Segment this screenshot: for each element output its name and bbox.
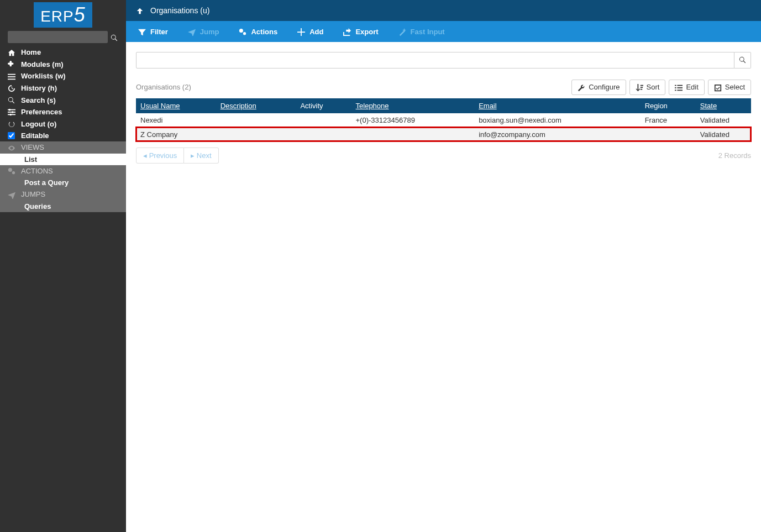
plane-icon <box>8 190 21 199</box>
svg-rect-13 <box>675 85 676 86</box>
actions-button[interactable]: Actions <box>229 21 287 42</box>
add-button[interactable]: Add <box>287 21 333 42</box>
plus-icon <box>297 27 305 36</box>
export-button[interactable]: Export <box>333 21 388 42</box>
table-row[interactable]: Z Company info@zcompany.com Validated <box>136 127 751 141</box>
fast-input-button: Fast Input <box>389 21 455 42</box>
svg-rect-16 <box>678 87 683 88</box>
nav-label: Home <box>21 48 41 56</box>
button-label: Select <box>725 83 745 91</box>
svg-rect-18 <box>678 89 683 91</box>
previous-button[interactable]: ◂ Previous <box>136 148 184 164</box>
col-state[interactable]: State <box>696 98 751 113</box>
col-description[interactable]: Description <box>216 98 296 113</box>
cogs-icon <box>239 27 246 36</box>
section-label: ACTIONS <box>21 167 53 175</box>
svg-point-7 <box>12 112 14 114</box>
button-label: Jump <box>200 28 219 36</box>
cell-usual-name: Nexedi <box>136 113 216 128</box>
breadcrumb[interactable]: Organisations (u) <box>150 6 209 15</box>
edit-button[interactable]: Edit <box>669 80 704 95</box>
button-label: Add <box>309 28 323 36</box>
nav-worklists[interactable]: Worklists (w) <box>0 70 126 82</box>
section-label: JUMPS <box>21 190 45 198</box>
button-label: Export <box>355 28 378 36</box>
sub-label: Queries <box>24 202 51 210</box>
editable-checkbox[interactable] <box>8 132 15 139</box>
jumps-section-header: JUMPS <box>0 188 126 201</box>
topbar: Organisations (u) <box>126 0 761 21</box>
nav-label: Editable <box>21 131 49 140</box>
views-item-list[interactable]: List <box>0 154 126 165</box>
home-icon <box>8 48 21 57</box>
actions-item-post-query[interactable]: Post a Query <box>0 177 126 188</box>
cell-activity <box>296 127 351 141</box>
views-section-header: VIEWS <box>0 141 126 154</box>
jumps-item-queries[interactable]: Queries <box>0 201 126 212</box>
search-icon[interactable] <box>108 32 120 41</box>
svg-rect-1 <box>8 76 15 77</box>
svg-point-6 <box>9 109 11 111</box>
nav-modules[interactable]: Modules (m) <box>0 59 126 71</box>
col-region[interactable]: Region <box>641 98 696 113</box>
list-search-button[interactable] <box>734 52 751 69</box>
button-label: Filter <box>150 28 168 36</box>
history-icon <box>8 84 21 93</box>
nav-editable[interactable]: Editable <box>0 130 126 141</box>
configure-button[interactable]: Configure <box>571 80 626 95</box>
filter-button[interactable]: Filter <box>128 21 178 42</box>
nav-preferences[interactable]: Preferences <box>0 106 126 118</box>
cell-state: Validated <box>696 113 751 128</box>
button-label: Edit <box>686 83 698 91</box>
col-usual-name[interactable]: Usual Name <box>136 98 216 113</box>
cell-email: boxiang.sun@nexedi.com <box>474 113 641 128</box>
logo[interactable]: ERP5 <box>0 0 126 29</box>
col-activity[interactable]: Activity <box>296 98 351 113</box>
nav-label: Modules (m) <box>21 60 64 69</box>
magic-icon <box>398 27 406 36</box>
logo-text: ERP <box>40 8 74 25</box>
svg-point-9 <box>8 168 12 172</box>
jump-button: Jump <box>178 21 229 42</box>
button-label: Actions <box>251 28 277 36</box>
sidebar: ERP5 Home Modules (m) Worklists (w) Hist… <box>0 0 126 532</box>
nav-label: Search (s) <box>21 96 56 104</box>
button-label: Fast Input <box>411 28 445 36</box>
list-icon <box>675 83 683 92</box>
cell-activity <box>296 113 351 128</box>
list-icon <box>8 72 21 81</box>
cell-description <box>216 127 296 141</box>
cell-telephone <box>351 127 475 141</box>
svg-rect-2 <box>8 78 15 80</box>
sub-label: List <box>24 155 37 164</box>
records-count: 2 Records <box>718 151 751 160</box>
table-row[interactable]: Nexedi +(0)-33123456789 boxiang.sun@nexe… <box>136 113 751 128</box>
col-telephone[interactable]: Telephone <box>351 98 475 113</box>
up-arrow-icon[interactable] <box>136 6 144 15</box>
main: Organisations (u) Filter Jump Actions Ad… <box>126 0 761 532</box>
list-search-input[interactable] <box>136 52 734 69</box>
sort-button[interactable]: Sort <box>629 80 666 95</box>
cell-telephone: +(0)-33123456789 <box>351 113 475 128</box>
nav-search[interactable]: Search (s) <box>0 94 126 106</box>
svg-rect-14 <box>678 85 683 86</box>
logo-suffix: 5 <box>74 3 86 26</box>
cogs-icon <box>8 167 21 176</box>
select-button[interactable]: Select <box>708 80 751 95</box>
actions-section-header: ACTIONS <box>0 165 126 177</box>
next-button[interactable]: ▸ Next <box>184 148 218 164</box>
toolbar: Filter Jump Actions Add Export Fast Inpu… <box>126 21 761 42</box>
nav-label: Preferences <box>21 108 62 116</box>
filter-icon <box>138 27 146 36</box>
svg-rect-15 <box>675 87 676 88</box>
nav-label: History (h) <box>21 84 57 92</box>
cell-region <box>641 127 696 141</box>
nav-home[interactable]: Home <box>0 46 126 59</box>
section-label: VIEWS <box>21 143 44 151</box>
sort-icon <box>636 83 643 92</box>
nav-logout[interactable]: Logout (o) <box>0 118 126 130</box>
sidebar-search-input[interactable] <box>8 31 108 43</box>
check-square-icon <box>714 83 722 92</box>
col-email[interactable]: Email <box>474 98 641 113</box>
nav-history[interactable]: History (h) <box>0 82 126 94</box>
